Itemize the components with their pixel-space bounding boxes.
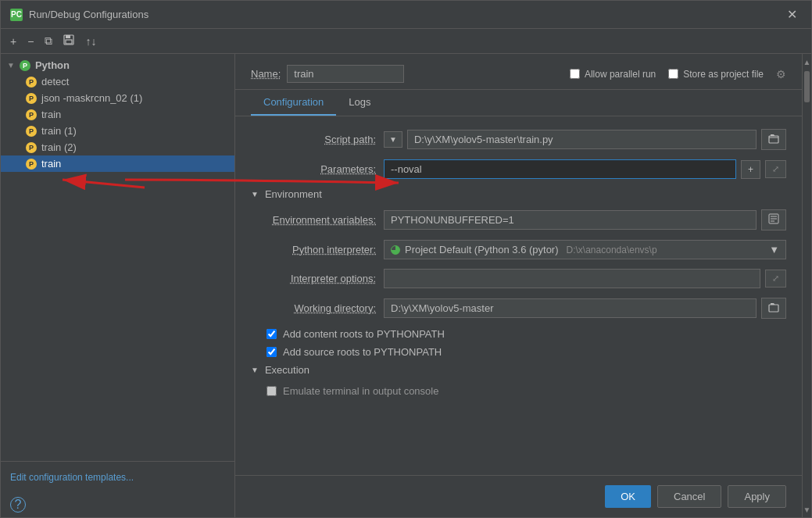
form-area: Script path: ▼	[235, 116, 802, 475]
copy-config-button[interactable]: ⧉	[41, 33, 55, 49]
allow-parallel-checkbox[interactable]	[570, 69, 580, 79]
script-path-label: Script path:	[251, 134, 376, 145]
env-vars-input[interactable]	[384, 210, 757, 230]
name-input[interactable]	[287, 65, 404, 83]
python-group-label: Python	[35, 59, 70, 71]
store-project-label: Store as project file	[683, 69, 764, 80]
name-label: Name:	[251, 68, 281, 80]
config-item-train-2[interactable]: P train (2)	[1, 139, 234, 155]
python-interpreter-label: Python interpreter:	[251, 244, 376, 255]
env-vars-label: Environment variables:	[251, 214, 376, 226]
config-header: Name: Allow parallel run Store as projec…	[235, 54, 802, 90]
sidebar-footer: Edit configuration templates...	[1, 461, 234, 492]
environment-arrow: ▼	[251, 190, 259, 198]
emulate-terminal-label: Emulate terminal in output console	[283, 385, 438, 397]
tab-configuration[interactable]: Configuration	[251, 90, 336, 116]
config-item-train-selected[interactable]: P train	[1, 155, 234, 172]
add-source-roots-checkbox[interactable]	[266, 347, 277, 357]
interpreter-path: D:\x\anaconda\envs\p	[567, 245, 657, 255]
store-project-checkbox[interactable]	[668, 69, 678, 79]
env-vars-edit-btn[interactable]	[761, 209, 786, 230]
main-scrollbar[interactable]: ▲ ▼	[802, 54, 811, 517]
config-tree: ▼ P Python P detect P json -maskrcnn_02 …	[1, 54, 234, 461]
interpreter-status-icon	[391, 245, 400, 255]
svg-rect-8	[769, 305, 778, 312]
python-interpreter-row: Python interpreter: Project Default (Pyt…	[251, 240, 786, 259]
emulate-terminal-row: Emulate terminal in output console	[251, 385, 786, 397]
edit-templates-link[interactable]: Edit configuration templates...	[10, 472, 134, 483]
working-directory-label: Working directory:	[251, 302, 376, 314]
interpreter-options-input[interactable]	[384, 269, 760, 288]
allow-parallel-label: Allow parallel run	[585, 69, 656, 80]
tab-logs[interactable]: Logs	[336, 90, 383, 116]
config-item-json[interactable]: P json -maskrcnn_02 (1)	[1, 90, 234, 106]
python-group[interactable]: ▼ P Python	[1, 57, 234, 73]
execution-arrow: ▼	[251, 366, 259, 374]
python-file-icon: P	[26, 159, 37, 170]
toolbar: + − ⧉ ↑↓	[1, 29, 811, 54]
parameters-label: Parameters:	[251, 163, 376, 175]
bottom-bar: OK Cancel Apply	[235, 475, 802, 517]
parameters-expand-btn[interactable]: ⤢	[765, 160, 786, 178]
parameters-add-btn[interactable]: +	[741, 160, 760, 179]
svg-rect-2	[66, 40, 72, 44]
close-button[interactable]: ✕	[782, 5, 802, 23]
execution-section-header[interactable]: ▼ Execution	[251, 364, 786, 376]
ok-button[interactable]: OK	[605, 485, 651, 508]
config-item-label: train (2)	[41, 141, 77, 153]
python-file-icon: P	[26, 109, 37, 120]
script-path-input[interactable]	[407, 130, 757, 149]
add-source-roots-row: Add source roots to PYTHONPATH	[251, 346, 786, 358]
parameters-row: Parameters: + ⤢	[251, 159, 786, 179]
config-item-label: train	[41, 158, 61, 170]
working-directory-row: Working directory:	[251, 298, 786, 319]
python-file-icon: P	[26, 126, 37, 137]
apply-button[interactable]: Apply	[728, 485, 786, 508]
interpreter-value: Project Default (Python 3.6 (pytor)	[405, 244, 559, 255]
dialog-title: Run/Debug Configurations	[29, 9, 148, 20]
config-item-label: train	[41, 109, 61, 120]
add-source-roots-label: Add source roots to PYTHONPATH	[283, 346, 442, 358]
python-file-icon: P	[26, 93, 37, 104]
add-config-button[interactable]: +	[7, 34, 20, 49]
gear-icon[interactable]: ⚙	[776, 68, 786, 80]
title-bar: PC Run/Debug Configurations ✕	[1, 1, 811, 29]
environment-section-header[interactable]: ▼ Environment	[251, 188, 786, 200]
python-group-icon: P	[20, 60, 30, 71]
config-item-label: json -maskrcnn_02 (1)	[41, 92, 142, 104]
working-directory-input[interactable]	[384, 298, 757, 318]
svg-rect-1	[66, 35, 70, 38]
working-directory-browse-btn[interactable]	[761, 298, 786, 319]
env-vars-row: Environment variables:	[251, 209, 786, 230]
emulate-terminal-checkbox[interactable]	[266, 386, 277, 396]
help-icon[interactable]: ?	[10, 497, 26, 513]
python-file-icon: P	[26, 142, 37, 153]
execution-section-title: Execution	[265, 364, 309, 376]
script-path-row: Script path: ▼	[251, 129, 786, 150]
parameters-input[interactable]	[384, 159, 736, 179]
save-config-button[interactable]	[60, 33, 77, 49]
cancel-button[interactable]: Cancel	[657, 485, 721, 508]
svg-rect-3	[769, 136, 778, 143]
config-item-train-1[interactable]: P train (1)	[1, 123, 234, 139]
python-file-icon: P	[26, 77, 37, 88]
app-icon: PC	[10, 9, 23, 21]
move-config-button[interactable]: ↑↓	[82, 34, 99, 49]
script-path-dropdown[interactable]: ▼	[384, 131, 402, 148]
environment-section-title: Environment	[265, 188, 322, 200]
python-interpreter-select[interactable]: Project Default (Python 3.6 (pytor) D:\x…	[384, 240, 786, 259]
add-content-roots-checkbox[interactable]	[266, 329, 277, 339]
add-content-roots-label: Add content roots to PYTHONPATH	[283, 328, 445, 340]
interpreter-options-row: Interpreter options: ⤢	[251, 269, 786, 288]
config-item-detect[interactable]: P detect	[1, 73, 234, 90]
interpreter-dropdown-arrow: ▼	[769, 244, 779, 255]
expand-arrow: ▼	[7, 61, 15, 70]
interpreter-options-label: Interpreter options:	[251, 273, 376, 284]
remove-config-button[interactable]: −	[24, 34, 37, 49]
config-item-train[interactable]: P train	[1, 106, 234, 123]
interpreter-options-expand-btn[interactable]: ⤢	[765, 270, 786, 288]
config-item-label: train (1)	[41, 125, 77, 137]
script-path-browse-btn[interactable]	[761, 129, 786, 150]
config-tabs: Configuration Logs	[235, 90, 802, 116]
config-item-label: detect	[41, 76, 69, 88]
